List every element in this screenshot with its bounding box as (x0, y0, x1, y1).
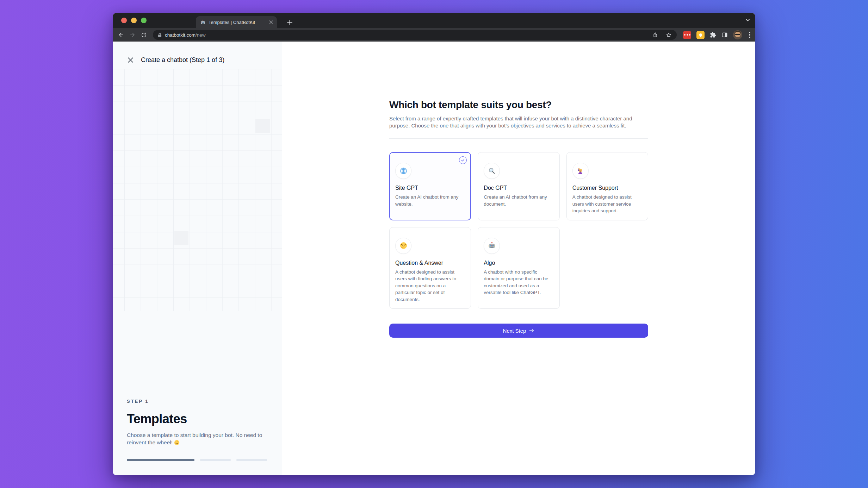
tab-title: Templates | ChatBotKit (209, 20, 265, 25)
step-description: Choose a template to start building your… (127, 431, 268, 446)
step-title: Templates (127, 412, 268, 426)
page-content: Create a chatbot (Step 1 of 3) STEP 1 Te… (113, 42, 755, 475)
grid-highlight-square (174, 231, 188, 245)
grid-highlight-square (255, 119, 270, 133)
sidebar-header: Create a chatbot (Step 1 of 3) (127, 56, 224, 64)
selected-check-icon (459, 156, 467, 164)
reload-icon[interactable] (139, 30, 149, 40)
wizard-sidebar: Create a chatbot (Step 1 of 3) STEP 1 Te… (113, 42, 282, 475)
address-bar[interactable]: chatbotkit.com/new (153, 30, 677, 40)
robot-favicon-icon (200, 19, 206, 25)
close-wizard-icon[interactable] (127, 57, 134, 64)
step-label: STEP 1 (127, 399, 268, 404)
page-title: Which bot template suits you best? (389, 99, 648, 111)
sidebar-footer: STEP 1 Templates Choose a template to st… (127, 399, 268, 461)
card-title: Site GPT (395, 185, 465, 191)
card-title: Customer Support (572, 185, 642, 191)
magnifying-glass-icon (484, 163, 500, 179)
template-card-site-gpt[interactable]: Site GPT Create an AI chatbot from any w… (389, 152, 471, 220)
card-title: Question & Answer (395, 260, 465, 266)
back-icon[interactable] (116, 30, 126, 40)
share-icon[interactable] (652, 32, 658, 38)
profile-avatar[interactable] (733, 30, 742, 39)
lock-icon[interactable] (158, 33, 162, 37)
extensions-area (683, 30, 752, 39)
tab-close-icon[interactable] (268, 19, 274, 25)
extensions-puzzle-icon[interactable] (710, 32, 716, 38)
winking-face-icon (174, 440, 180, 445)
template-cards-grid: Site GPT Create an AI chatbot from any w… (389, 152, 648, 309)
tab-strip: Templates | ChatBotKit (113, 13, 755, 28)
bookmark-star-icon[interactable] (666, 32, 672, 38)
url-path: /new (196, 32, 206, 38)
robot-icon (484, 238, 500, 254)
minimize-window-button[interactable] (131, 18, 137, 23)
step-progress-bar (127, 459, 268, 461)
progress-segment-2 (200, 459, 231, 461)
card-description: A chatbot designed to assist users with … (572, 194, 642, 214)
password-manager-extension-icon[interactable] (683, 31, 691, 39)
side-panel-icon[interactable] (721, 32, 728, 38)
card-title: Doc GPT (484, 185, 553, 191)
zoom-window-button[interactable] (141, 18, 147, 23)
browser-toolbar: chatbotkit.com/new (113, 28, 755, 42)
notes-extension-icon[interactable] (696, 31, 705, 39)
thinking-face-icon (395, 238, 411, 254)
card-description: A chatbot designed to assist users with … (395, 269, 465, 303)
next-step-button[interactable]: Next Step (389, 324, 648, 338)
card-description: Create an AI chatbot from any document. (484, 194, 553, 207)
browser-window: Templates | ChatBotKit chatbotkit.com/ne… (113, 13, 755, 475)
close-window-button[interactable] (121, 18, 127, 23)
new-tab-button[interactable] (285, 17, 294, 27)
template-card-customer-support[interactable]: Customer Support A chatbot designed to a… (566, 152, 648, 220)
card-description: A chatbot with no specific domain or pur… (484, 269, 553, 296)
next-step-label: Next Step (503, 328, 526, 334)
card-title: Algo (484, 260, 553, 266)
person-raising-hand-icon (572, 163, 589, 179)
progress-segment-1 (127, 459, 194, 461)
traffic-lights (121, 18, 147, 23)
divider (389, 138, 648, 139)
progress-segment-3 (236, 459, 267, 461)
wizard-title: Create a chatbot (Step 1 of 3) (141, 56, 224, 64)
globe-icon (395, 163, 411, 179)
browser-tab[interactable]: Templates | ChatBotKit (196, 16, 277, 28)
browser-menu-icon[interactable] (748, 32, 752, 38)
card-description: Create an AI chatbot from any website. (395, 194, 465, 207)
decorative-grid (113, 69, 282, 311)
chevron-down-icon[interactable] (745, 17, 750, 23)
template-card-algo[interactable]: Algo A chatbot with no specific domain o… (478, 227, 559, 309)
page-subtitle: Select from a range of expertly crafted … (389, 115, 632, 129)
arrow-right-icon (529, 328, 534, 333)
template-card-question-answer[interactable]: Question & Answer A chatbot designed to … (389, 227, 471, 309)
main-area: Which bot template suits you best? Selec… (282, 42, 755, 475)
template-card-doc-gpt[interactable]: Doc GPT Create an AI chatbot from any do… (478, 152, 559, 220)
url-domain: chatbotkit.com (165, 32, 196, 38)
forward-icon[interactable] (128, 30, 137, 40)
